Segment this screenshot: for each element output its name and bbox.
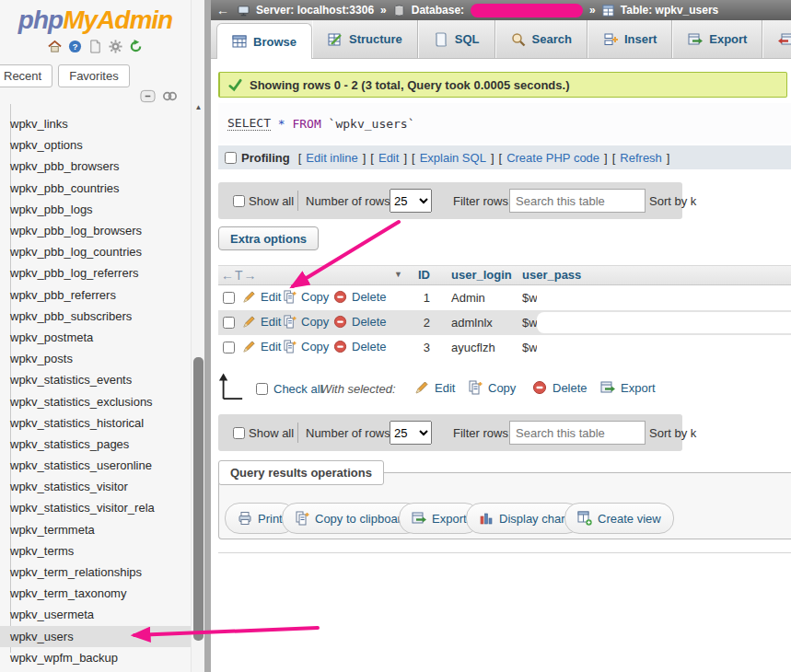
sidebar-item-wpkv-wpfm-backup[interactable]: wpkv_wpfm_backup [0,647,191,668]
tab-insert[interactable]: Insert [587,20,672,58]
sidebar-item-wpkv-pbb-countries[interactable]: wpkv_pbb_countries [0,178,191,199]
create-view-button[interactable]: Create view [564,503,674,534]
tab-structure[interactable]: Structure [312,20,418,58]
sidebar-item-wpkv-usermeta[interactable]: wpkv_usermeta [0,604,191,625]
sidebar-item-wpkv-statistics-exclusions[interactable]: wpkv_statistics_exclusions [0,390,191,411]
row-action-copy[interactable]: Copy [283,315,329,329]
panel-divider[interactable] [204,0,211,672]
password-redaction [537,337,791,358]
logo-myadmin: MyAdmin [63,6,172,34]
row-action-delete[interactable]: Delete [333,340,387,353]
number-of-rows-select[interactable]: 25 [390,421,432,445]
sql-keyword-select[interactable]: SELECT [227,116,271,131]
sidebar-item-wpkv-statistics-pages[interactable]: wpkv_statistics_pages [0,434,191,455]
sidebar-item-wpkv-options[interactable]: wpkv_options [0,134,191,156]
tab-label: Structure [349,32,402,46]
column-header-user-pass[interactable]: user_pass [522,268,581,282]
row-action-delete[interactable]: Delete [333,315,387,329]
sidebar-item-wpkv-statistics-useronline[interactable]: wpkv_statistics_useronline [0,455,191,476]
row-action-delete[interactable]: Delete [333,290,387,304]
table-row: EditCopyDelete3ayucflzh$wp [218,335,791,360]
profiling-link-edit-inline[interactable]: Edit inline [306,151,357,165]
sidebar-item-wpkv-statistics-historical[interactable]: wpkv_statistics_historical [0,412,191,434]
copy-icon [295,511,309,526]
row-action-copy[interactable]: Copy [283,340,329,353]
column-move-icon[interactable]: ←T→ [221,268,258,283]
profiling-link-refresh[interactable]: Refresh [620,151,662,165]
sidebar-item-wpkv-pbb-logs[interactable]: wpkv_pbb_logs [0,199,191,220]
row-checkbox[interactable] [223,292,235,304]
check-all-checkbox[interactable] [256,383,268,395]
sidebar-item-wpkv-terms[interactable]: wpkv_terms [0,540,191,562]
sidebar-item-wpkv-pbb-browsers[interactable]: wpkv_pbb_browsers [0,156,191,177]
number-of-rows-select[interactable]: 25 [390,189,432,213]
column-header-id[interactable]: ID [398,268,430,282]
with-selected-copy[interactable]: Copy [468,380,516,395]
table-name-label: wpkv_statistics_visitor [10,480,128,493]
row-action-edit[interactable]: Edit [242,290,281,304]
breadcrumb-server[interactable]: Server: localhost:3306 [256,4,374,17]
show-all-label[interactable]: Show all [249,426,294,440]
scrollbar-thumb[interactable] [193,357,204,641]
sidebar-item-wpkv-pbb-log-countries[interactable]: wpkv_pbb_log_countries [0,241,191,262]
with-selected-edit[interactable]: Edit [414,380,455,395]
extra-options-button[interactable]: Extra options [218,226,319,250]
action-label: Copy [301,340,329,353]
tab-import[interactable]: Import [762,20,791,58]
show-all-checkbox[interactable] [233,195,245,207]
sidebar-item-wpkv-statistics-visitor-rela[interactable]: wpkv_statistics_visitor_rela [0,497,191,518]
profiling-checkbox[interactable] [225,152,237,164]
filter-rows-input[interactable] [509,421,646,445]
show-all-label[interactable]: Show all [249,194,294,208]
sidebar-item-wpkv-statistics-events[interactable]: wpkv_statistics_events [0,369,191,390]
row-checkbox[interactable] [223,342,235,353]
table-row: EditCopyDelete1Admin$wp [218,285,791,310]
sidebar-item-wpkv-links[interactable]: wpkv_links [0,113,191,134]
with-selected-export[interactable]: Export [600,380,656,395]
chart-icon [479,511,494,526]
with-selected-delete[interactable]: Delete [532,380,587,395]
profiling-link-create-php-code[interactable]: Create PHP code [506,151,599,165]
table-name-label: wpkv_statistics_exclusions [10,395,153,409]
tab-export[interactable]: Export [672,20,762,58]
sidebar-item-wpkv-postmeta[interactable]: wpkv_postmeta [0,327,191,348]
tab-search[interactable]: Search [495,20,587,58]
column-header-user-login[interactable]: user_login [451,268,512,282]
tab-bar: BrowseStructureSQLSearchInsertExportImpo… [211,20,791,59]
scrollbar-up-icon[interactable]: ▲ [192,103,205,111]
sidebar-scrollbar[interactable]: ▲ [191,0,204,672]
sidebar-item-wpkv-termmeta[interactable]: wpkv_termmeta [0,519,191,540]
check-all-label[interactable]: Check all [273,382,322,396]
row-action-edit[interactable]: Edit [242,340,281,353]
sql-query-display: SELECT * FROM `wpkv_users` [218,103,791,144]
tab-sql[interactable]: SQL [418,20,495,58]
sidebar-item-wpkv-pbb-log-browsers[interactable]: wpkv_pbb_log_browsers [0,220,191,241]
collapse-icon[interactable] [140,89,156,103]
tab-browse[interactable]: Browse [216,23,312,59]
row-checkbox[interactable] [223,317,235,329]
profiling-link-edit[interactable]: Edit [378,151,399,165]
sidebar-item-wpkv-pbb-log-referrers[interactable]: wpkv_pbb_log_referrers [0,262,191,284]
breadcrumb-database[interactable]: Database: [412,4,464,17]
sidebar-item-wpkv-statistics-visitor[interactable]: wpkv_statistics_visitor [0,476,191,497]
hide-panel-arrow-icon[interactable]: ← [216,3,229,17]
row-action-edit[interactable]: Edit [242,315,281,329]
results-controls-top: Show all Number of rows: 25 Filter rows: [218,182,682,219]
sidebar-item-wpkv-pbb-referrers[interactable]: wpkv_pbb_referrers [0,284,191,306]
pencil-icon [242,290,256,304]
show-all-checkbox[interactable] [233,427,245,439]
sidebar-item-wpkv-term-taxonomy[interactable]: wpkv_term_taxonomy [0,583,191,604]
favorites-button[interactable]: Favorites [58,64,129,87]
sidebar-item-wpkv-posts[interactable]: wpkv_posts [0,348,191,369]
phpmyadmin-logo[interactable]: phpMyAdmin [0,0,191,35]
sidebar-item-wpkv-users[interactable]: wpkv_users [0,626,191,647]
sidebar-item-wpkv-pbb-subscribers[interactable]: wpkv_pbb_subscribers [0,306,191,327]
link-icon[interactable] [162,89,178,103]
row-action-copy[interactable]: Copy [283,290,329,304]
bracket: [ [298,151,302,165]
breadcrumb-table[interactable]: Table: wpkv_users [621,4,719,17]
recent-button[interactable]: Recent [0,64,52,87]
profiling-link-explain-sql[interactable]: Explain SQL [420,151,486,165]
filter-rows-input[interactable] [509,189,646,213]
sidebar-item-wpkv-term-relationships[interactable]: wpkv_term_relationships [0,562,191,583]
